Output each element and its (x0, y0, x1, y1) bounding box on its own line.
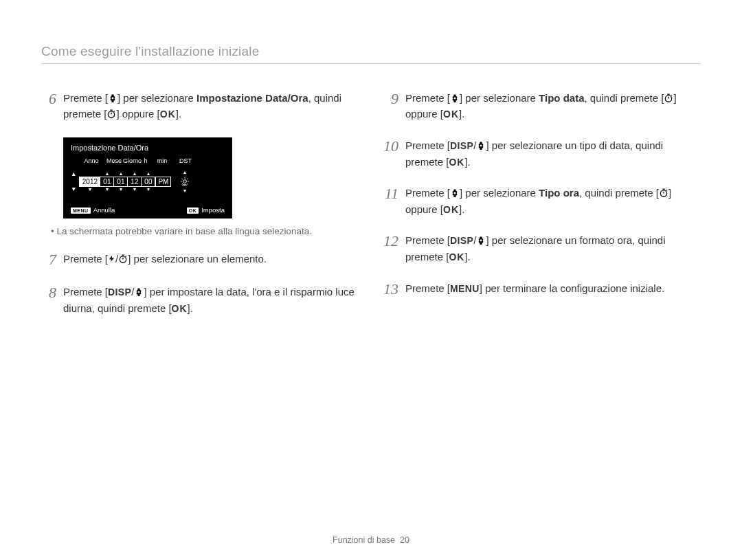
page-title: Come eseguire l'installazione iniziale (41, 44, 701, 59)
step-6: 6 Premete [] per selezionare Impostazion… (41, 90, 359, 122)
menu-mini-button: MENU (71, 208, 91, 214)
bold-term: Tipo data (539, 92, 584, 104)
col-label: min (156, 157, 168, 164)
timer-icon (118, 254, 128, 264)
page-footer: Funzioni di base 20 (0, 535, 742, 545)
step-number: 6 (41, 90, 56, 122)
step-number: 8 (41, 284, 56, 316)
flower-icon (476, 141, 486, 150)
svg-text:OFF: OFF (183, 184, 188, 186)
ok-label-icon: OK (443, 203, 459, 218)
ok-label-icon: OK (160, 107, 176, 122)
disp-label-icon: DISP (450, 139, 473, 154)
flash-icon (108, 254, 115, 264)
ok-label-icon: OK (172, 302, 188, 317)
step-text: Premete [] per selezionare Impostazione … (63, 90, 359, 122)
spinner-row: ▲▼ ▾2012 ▴▾01 ▴▾01 ▴▾12 ▴▾00 PM ▴▾ (71, 171, 225, 192)
timer-icon (106, 109, 116, 119)
header-rule (41, 63, 701, 64)
screenshot-col-labels: Anno Mese Giorno h min DST (80, 157, 225, 164)
step-8: 8 Premete [DISP/] per impostare la data,… (41, 284, 359, 316)
svg-line-21 (671, 96, 672, 96)
year-arrows: ▲▼ (71, 171, 76, 192)
step-7: 7 Premete [/] per selezionare un element… (41, 251, 359, 269)
left-column: 6 Premete [] per selezionare Impostazion… (41, 90, 359, 332)
hour-cell: ▴▾12 (128, 177, 142, 186)
ok-label-icon: OK (443, 107, 459, 122)
screenshot-footer: MENUAnnulla OKImposta (71, 206, 225, 214)
step-number: 10 (383, 137, 398, 170)
col-label: Anno (80, 157, 102, 164)
step-12: 12 Premete [DISP/] per selezionare un fo… (383, 232, 701, 265)
footer-section: Funzioni di base (333, 535, 395, 545)
step-text: Premete [DISP/] per impostare la data, l… (63, 284, 359, 316)
timer-icon (664, 93, 673, 103)
step-text: Premete [] per selezionare Tipo ora, qui… (405, 185, 701, 217)
svg-line-12 (188, 179, 188, 179)
step-number: 9 (383, 90, 398, 122)
page: Come eseguire l'installazione iniziale 6… (0, 0, 742, 560)
minute-cell: ▴▾00 (142, 177, 155, 186)
svg-line-9 (182, 179, 183, 179)
step-text: Premete [DISP/] per selezionare un tipo … (405, 137, 701, 170)
svg-line-3 (114, 111, 115, 112)
step-text: Premete [DISP/] per selezionare un forma… (405, 232, 701, 265)
step-number: 7 (41, 251, 56, 269)
step-11: 11 Premete [] per selezionare Tipo ora, … (383, 185, 701, 217)
flower-icon (108, 93, 117, 103)
svg-point-4 (183, 180, 187, 183)
step-number: 11 (383, 185, 398, 217)
flower-icon (476, 236, 486, 245)
step-text: Premete [/] per selezionare un elemento. (63, 251, 359, 269)
content-columns: 6 Premete [] per selezionare Impostazion… (41, 90, 701, 332)
year-cell: ▾2012 (80, 177, 100, 186)
note-text: La schermata potrebbe variare in base al… (51, 225, 359, 238)
dst-off-icon: OFF (180, 177, 190, 186)
ok-mini-button: OK (187, 208, 199, 214)
disp-label-icon: DISP (108, 285, 131, 300)
col-label: DST (178, 157, 193, 164)
col-label: h (139, 157, 152, 164)
timer-icon (659, 188, 668, 198)
step-text: Premete [] per selezionare Tipo data, qu… (405, 90, 701, 122)
set-label: Imposta (201, 206, 225, 214)
flower-icon (450, 188, 460, 198)
menu-label-icon: MENU (450, 282, 480, 297)
flower-icon (134, 287, 144, 297)
dst-cell: ▴▾ OFF (178, 176, 192, 187)
svg-point-18 (666, 96, 672, 102)
footer-page-number: 20 (400, 535, 409, 545)
col-label: Giorno (123, 157, 135, 164)
device-screenshot: Impostazione Data/Ora Anno Mese Giorno h… (63, 137, 232, 219)
disp-label-icon: DISP (450, 234, 473, 249)
flower-icon (450, 93, 460, 103)
step-9: 9 Premete [] per selezionare Tipo data, … (383, 90, 701, 122)
cancel-label: Annulla (93, 206, 115, 214)
bold-term: Impostazione Data/Ora (196, 92, 308, 104)
svg-line-25 (666, 190, 667, 191)
step-13: 13 Premete [MENU] per terminare la confi… (383, 280, 701, 298)
svg-line-17 (126, 256, 126, 256)
ampm-cell: PM (155, 177, 170, 186)
date-cells: ▾2012 ▴▾01 ▴▾01 ▴▾12 ▴▾00 PM (79, 177, 171, 187)
screenshot-title: Impostazione Data/Ora (71, 144, 225, 152)
right-column: 9 Premete [] per selezionare Tipo data, … (383, 90, 701, 332)
col-label: Mese (106, 157, 119, 164)
svg-point-0 (109, 111, 115, 117)
ok-label-icon: OK (449, 155, 464, 170)
day-cell: ▴▾01 (114, 177, 128, 186)
month-cell: ▴▾01 (100, 177, 114, 186)
bold-term: Tipo ora (539, 187, 579, 199)
ok-label-icon: OK (449, 250, 464, 265)
step-text: Premete [MENU] per terminare la configur… (405, 280, 701, 298)
step-number: 12 (383, 232, 398, 265)
step-10: 10 Premete [DISP/] per selezionare un ti… (383, 137, 701, 170)
step-number: 13 (383, 280, 398, 298)
